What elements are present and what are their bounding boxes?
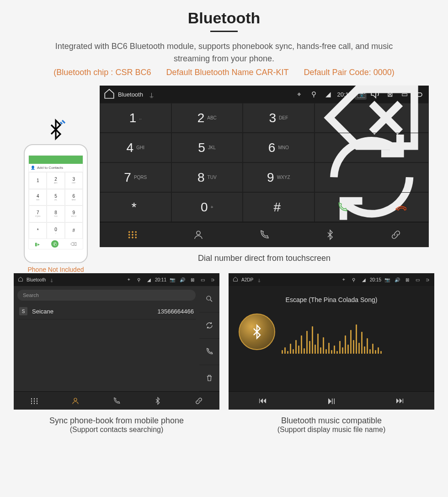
key-9[interactable]: 9WXYZ (243, 162, 315, 192)
wifi-icon: ◢ (145, 277, 153, 282)
spec-chip: (Bluetooth chip : CSR BC6 (53, 68, 151, 77)
nav-calls-button[interactable] (231, 222, 297, 247)
close-x-icon[interactable]: ⊠ (188, 277, 197, 282)
usb-icon: ⍊ (255, 277, 263, 282)
phone-video-icon: ▮▸ (35, 242, 40, 247)
sync-button[interactable] (315, 162, 429, 192)
svg-point-0 (197, 231, 200, 235)
song-title: Escape (The Pina Colada Song) (286, 296, 378, 303)
phone-key-5: 5JKL (47, 189, 64, 206)
next-track-button[interactable]: ⏭ (366, 392, 434, 410)
svg-point-2 (74, 398, 77, 401)
phone-key-6: 6MNO (65, 189, 83, 206)
page-title: Bluetooth (14, 9, 434, 27)
music-topbar: A2DP ⍊ ⌖ ⚲ ◢ 20:15 📷 🔊 ⊠ ▭ ⊃ (229, 273, 434, 286)
phone-key-*: * (29, 222, 47, 239)
phone-back-icon: ⌫ (70, 242, 77, 247)
key-6[interactable]: 6MNO (243, 133, 315, 162)
phone-mockup: Add to Contacts 12ABC3DEF4GHI5JKL6MNO7PQ… (24, 144, 88, 263)
pb-time: 20:11 (155, 277, 166, 282)
nav-contacts-button[interactable] (55, 392, 96, 410)
key-2[interactable]: 2ABC (171, 103, 243, 133)
home-icon[interactable] (16, 276, 25, 283)
close-x-icon[interactable]: ⊠ (403, 277, 411, 282)
phone-key-2: 2ABC (47, 172, 64, 189)
prev-track-button[interactable]: ⏮ (229, 392, 297, 410)
key-0[interactable]: 0+ (171, 192, 243, 222)
usb-icon: ⍊ (146, 91, 158, 98)
music-column: A2DP ⍊ ⌖ ⚲ ◢ 20:15 📷 🔊 ⊠ ▭ ⊃ (229, 273, 434, 444)
bluetooth-logo-icon (45, 119, 67, 140)
bt-status-icon: ⌖ (293, 90, 305, 98)
key-3[interactable]: 3DEF (243, 103, 315, 133)
location-icon: ⚲ (135, 277, 143, 282)
contact-badge: S (19, 307, 27, 315)
music-time: 20:15 (370, 277, 381, 282)
key-#[interactable]: # (243, 192, 315, 222)
hangup-button[interactable] (373, 201, 428, 213)
head-unit-dialer: Bluetooth ⍊ ⌖ ⚲ ◢ 20:12 📷 ⊠ ▭ ⊃ 1..2ABC3… (100, 86, 429, 247)
side-search-button[interactable] (199, 286, 219, 313)
location-icon: ⚲ (350, 277, 358, 282)
contact-row[interactable]: S Seicane 13566664466 (17, 303, 196, 319)
music-title: A2DP (241, 277, 253, 282)
nav-keypad-button[interactable] (100, 222, 165, 247)
home-icon[interactable] (231, 276, 240, 283)
title-underline (210, 31, 238, 32)
back-icon[interactable]: ⊃ (208, 277, 217, 282)
phone-key-8: 8TUV (47, 205, 64, 222)
music-caption: Bluetooth music compatible (Support disp… (229, 416, 434, 434)
main-dialer-column: Bluetooth ⍊ ⌖ ⚲ ◢ 20:12 📷 ⊠ ▭ ⊃ 1..2ABC3… (100, 86, 429, 273)
phone-key-1: 1 (29, 172, 47, 189)
volume-icon[interactable]: 🔊 (178, 277, 187, 282)
key-4[interactable]: 4GHI (100, 133, 171, 162)
nav-bluetooth-button[interactable] (137, 392, 178, 410)
bt-status-icon: ⌖ (125, 277, 133, 282)
play-pause-button[interactable]: ⏯ (297, 392, 366, 410)
visualizer (282, 317, 382, 354)
nav-contacts-button[interactable] (165, 222, 231, 247)
recents-icon[interactable]: ▭ (198, 277, 207, 282)
side-sync-button[interactable] (199, 313, 219, 339)
phone-add-contacts: Add to Contacts (29, 164, 83, 172)
nav-calls-button[interactable] (96, 392, 137, 410)
phone-call-icon: ✆ (51, 240, 59, 248)
side-delete-button[interactable] (199, 365, 219, 392)
bt-status-icon: ⌖ (340, 277, 348, 282)
usb-icon: ⍊ (48, 277, 56, 282)
topbar-title: Bluetooth (118, 91, 143, 98)
phone-key-0: 0+ (47, 222, 64, 239)
nav-pair-button[interactable] (363, 222, 429, 247)
pb-title: Bluetooth (27, 277, 46, 282)
recents-icon[interactable]: ▭ (413, 277, 421, 282)
key-7[interactable]: 7PQRS (100, 162, 171, 192)
svg-point-1 (207, 296, 211, 300)
phonebook-column: Bluetooth ⍊ ⌖ ⚲ ◢ 20:11 📷 🔊 ⊠ ▭ ⊃ Search (14, 273, 219, 444)
call-actions (315, 192, 429, 222)
back-icon[interactable]: ⊃ (423, 277, 432, 282)
phonebook-caption: Sync phone-book from mobile phone (Suppo… (14, 416, 219, 434)
phone-key-7: 7PQRS (29, 205, 47, 222)
key-*[interactable]: * (100, 192, 171, 222)
camera-icon[interactable]: 📷 (383, 277, 391, 282)
nav-pair-button[interactable] (178, 392, 219, 410)
phone-not-included-label: Phone Not Included (19, 266, 92, 273)
nav-bluetooth-button[interactable] (297, 222, 363, 247)
phone-statusbar (29, 156, 83, 164)
dialer-bottom-nav (100, 222, 429, 247)
side-call-button[interactable] (199, 339, 219, 365)
album-art-icon (239, 313, 275, 350)
phone-key-#: # (65, 222, 83, 239)
nav-keypad-button[interactable] (14, 392, 55, 410)
pb-topbar: Bluetooth ⍊ ⌖ ⚲ ◢ 20:11 📷 🔊 ⊠ ▭ ⊃ (14, 273, 219, 286)
key-1[interactable]: 1.. (100, 103, 171, 133)
head-unit-music: A2DP ⍊ ⌖ ⚲ ◢ 20:15 📷 🔊 ⊠ ▭ ⊃ (229, 273, 434, 410)
wifi-icon: ◢ (360, 277, 368, 282)
key-5[interactable]: 5JKL (171, 133, 243, 162)
home-icon[interactable] (103, 88, 115, 101)
call-button[interactable] (315, 201, 370, 213)
camera-icon[interactable]: 📷 (168, 277, 176, 282)
volume-icon[interactable]: 🔊 (393, 277, 401, 282)
search-input[interactable]: Search (17, 290, 196, 301)
key-8[interactable]: 8TUV (171, 162, 243, 192)
